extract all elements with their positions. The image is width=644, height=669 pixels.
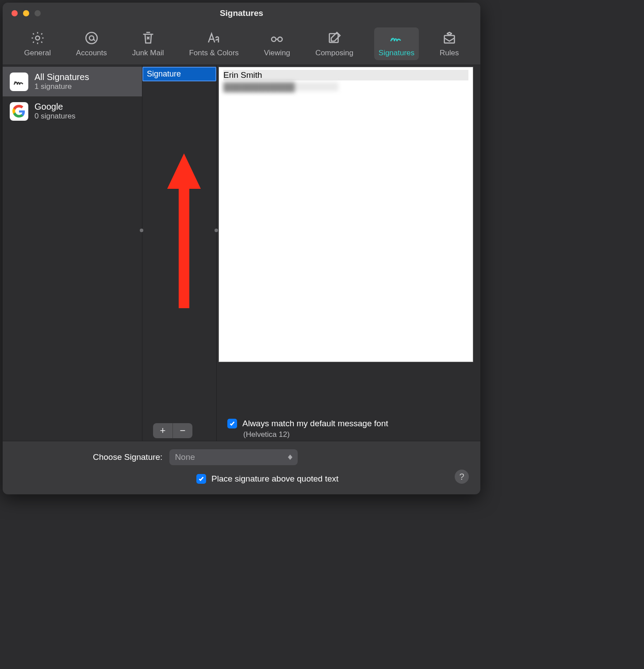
always-match-font-label: Always match my default message font — [242, 419, 388, 428]
place-above-quoted-checkbox[interactable] — [196, 474, 206, 484]
signature-icon — [10, 73, 28, 91]
compose-icon — [326, 30, 342, 46]
window-title: Signatures — [3, 8, 480, 18]
help-button[interactable]: ? — [455, 470, 469, 484]
svg-point-4 — [278, 37, 282, 42]
account-text: All Signatures 1 signature — [34, 72, 89, 91]
place-signature-row: Place signature above quoted text — [196, 474, 470, 484]
tab-label: Rules — [440, 49, 459, 57]
accounts-column: All Signatures 1 signature Google 0 sign… — [3, 65, 142, 441]
signature-name-line: Erin Smith — [223, 70, 468, 80]
tab-label: Accounts — [76, 49, 107, 57]
choose-signature-select[interactable]: None — [169, 449, 298, 465]
tab-label: Junk Mail — [132, 49, 164, 57]
place-above-quoted-label: Place signature above quoted text — [211, 474, 338, 484]
add-remove-toolbar: + − — [153, 423, 192, 438]
account-google[interactable]: Google 0 signatures — [3, 96, 142, 126]
select-value: None — [175, 452, 195, 462]
always-match-font-checkbox[interactable] — [227, 419, 237, 428]
glasses-icon — [269, 30, 285, 46]
choose-signature-row: Choose Signature: None — [13, 449, 470, 465]
rules-icon — [441, 30, 457, 46]
signature-list-item[interactable]: Signature — [142, 67, 216, 81]
tab-label: Fonts & Colors — [189, 49, 238, 57]
zoom-window-button[interactable] — [34, 10, 41, 16]
tab-general[interactable]: General — [19, 27, 55, 60]
font-icon — [206, 30, 222, 46]
traffic-lights — [3, 10, 41, 16]
at-icon — [84, 30, 100, 46]
trash-icon — [140, 30, 156, 46]
tab-label: Viewing — [264, 49, 290, 57]
signature-editor[interactable]: Erin Smith ████████████ — [218, 67, 473, 362]
google-icon — [10, 102, 28, 121]
tab-label: Composing — [315, 49, 353, 57]
preferences-toolbar: General Accounts Junk Mail Fonts & Color… — [3, 24, 480, 65]
svg-point-1 — [86, 32, 97, 44]
svg-point-2 — [89, 36, 94, 40]
tab-signatures[interactable]: Signatures — [374, 27, 419, 60]
account-all-signatures[interactable]: All Signatures 1 signature — [3, 67, 142, 96]
titlebar: Signatures — [3, 3, 480, 24]
bottom-bar: Choose Signature: None Place signature a… — [3, 441, 480, 494]
account-title: All Signatures — [34, 72, 89, 82]
signature-editor-column: Erin Smith ████████████ — [216, 65, 480, 441]
tab-label: General — [24, 49, 50, 57]
column-resize-handle[interactable] — [215, 229, 218, 232]
content-area: All Signatures 1 signature Google 0 sign… — [3, 65, 480, 441]
tab-accounts[interactable]: Accounts — [72, 27, 111, 60]
account-subtitle: 0 signatures — [34, 112, 76, 121]
tab-junk-mail[interactable]: Junk Mail — [128, 27, 169, 60]
chevron-updown-icon — [288, 455, 292, 460]
default-font-label: (Helvetica 12) — [227, 430, 472, 439]
tab-fonts-colors[interactable]: Fonts & Colors — [184, 27, 243, 60]
close-window-button[interactable] — [12, 10, 18, 16]
tab-composing[interactable]: Composing — [311, 27, 358, 60]
tab-rules[interactable]: Rules — [435, 27, 463, 60]
font-match-row: Always match my default message font (He… — [227, 419, 472, 439]
signature-list-column: Signature — [142, 65, 216, 441]
choose-signature-label: Choose Signature: — [93, 452, 162, 462]
tab-label: Signatures — [379, 49, 414, 57]
account-subtitle: 1 signature — [34, 82, 89, 91]
add-signature-button[interactable]: + — [153, 423, 172, 438]
account-text: Google 0 signatures — [34, 102, 76, 121]
signature-icon — [388, 30, 404, 46]
column-resize-handle[interactable] — [140, 229, 143, 232]
tab-viewing[interactable]: Viewing — [260, 27, 295, 60]
svg-point-0 — [35, 36, 39, 40]
preferences-window: Signatures General Accounts Junk Mail F — [3, 3, 480, 494]
minimize-window-button[interactable] — [23, 10, 29, 16]
account-title: Google — [34, 102, 76, 112]
signature-email-redacted: ████████████ — [223, 82, 338, 91]
remove-signature-button[interactable]: − — [173, 423, 192, 438]
svg-point-3 — [272, 37, 276, 42]
gear-icon — [30, 30, 46, 46]
